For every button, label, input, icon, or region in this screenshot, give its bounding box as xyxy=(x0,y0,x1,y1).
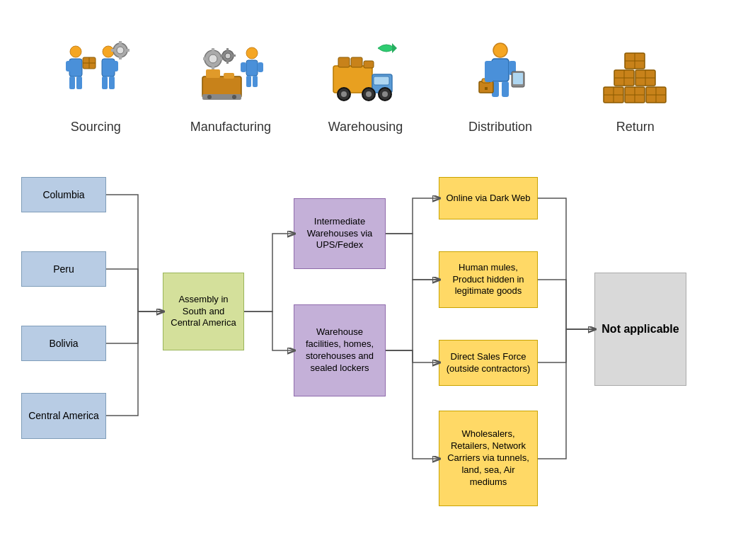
node-direct-sales: Direct Sales Force (outside contractors) xyxy=(439,340,538,386)
svg-point-14 xyxy=(117,47,124,54)
node-peru: Peru xyxy=(21,251,106,287)
svg-rect-3 xyxy=(76,76,82,89)
svg-rect-30 xyxy=(258,62,263,72)
svg-rect-20 xyxy=(206,69,220,78)
svg-rect-10 xyxy=(102,76,108,89)
svg-point-32 xyxy=(209,55,217,63)
node-wholesalers: Wholesalers, Retailers, Network Carriers… xyxy=(439,411,538,506)
svg-rect-21 xyxy=(224,73,234,79)
svg-rect-4 xyxy=(66,61,71,72)
manufacturing-label: Manufacturing xyxy=(190,120,271,135)
header-manufacturing: Manufacturing xyxy=(174,30,287,135)
node-assembly: Assembly in South and Central America xyxy=(163,273,244,350)
diagram-area: Columbia Peru Bolivia Central America As… xyxy=(0,142,731,560)
node-not-applicable: Not applicable xyxy=(594,273,686,386)
svg-rect-33 xyxy=(212,48,214,52)
sourcing-label: Sourcing xyxy=(71,120,121,135)
header-sourcing: Sourcing xyxy=(39,30,152,135)
svg-rect-18 xyxy=(125,49,129,52)
svg-point-24 xyxy=(232,95,236,99)
distribution-label: Distribution xyxy=(468,120,532,135)
svg-rect-45 xyxy=(374,76,389,85)
header-warehousing: Warehousing xyxy=(309,30,422,135)
svg-rect-62 xyxy=(513,73,523,84)
svg-rect-28 xyxy=(253,76,258,87)
return-label: Return xyxy=(616,120,655,135)
node-bolivia: Bolivia xyxy=(21,326,106,361)
node-online-dark-web: Online via Dark Web xyxy=(439,177,538,219)
svg-marker-55 xyxy=(392,43,397,53)
svg-rect-2 xyxy=(69,76,75,89)
node-warehouse-facilities: Warehouse facilities, homes, storehouses… xyxy=(294,304,386,396)
svg-point-56 xyxy=(493,43,507,57)
node-central-america: Central America xyxy=(21,393,106,439)
svg-point-0 xyxy=(70,46,81,57)
sourcing-icon xyxy=(53,30,138,115)
header-return: Return xyxy=(579,30,692,135)
svg-rect-35 xyxy=(203,57,207,60)
svg-point-47 xyxy=(341,91,347,97)
header-row: Sourcing xyxy=(0,0,731,142)
svg-rect-54 xyxy=(364,61,374,68)
svg-rect-41 xyxy=(220,55,224,57)
svg-rect-66 xyxy=(485,61,493,82)
svg-point-23 xyxy=(207,95,212,99)
warehousing-icon xyxy=(323,30,408,115)
warehousing-label: Warehousing xyxy=(328,120,403,135)
svg-rect-59 xyxy=(502,81,509,97)
svg-rect-39 xyxy=(226,48,229,52)
svg-rect-34 xyxy=(212,65,214,69)
svg-rect-65 xyxy=(485,87,488,90)
header-distribution: Distribution xyxy=(444,30,557,135)
svg-rect-29 xyxy=(241,62,246,72)
svg-rect-15 xyxy=(119,41,122,45)
svg-point-25 xyxy=(246,47,258,59)
svg-rect-40 xyxy=(226,60,229,64)
svg-rect-52 xyxy=(338,57,350,67)
svg-rect-57 xyxy=(492,59,509,81)
node-intermediate-warehouses: Intermediate Warehouses via UPS/Fedex xyxy=(294,198,386,269)
svg-rect-53 xyxy=(351,57,362,67)
svg-rect-42 xyxy=(232,55,236,57)
svg-point-38 xyxy=(225,53,231,59)
svg-rect-27 xyxy=(246,76,251,87)
svg-rect-12 xyxy=(113,61,118,72)
svg-rect-17 xyxy=(111,49,115,52)
manufacturing-icon xyxy=(188,30,273,115)
return-icon xyxy=(593,30,678,115)
node-human-mules: Human mules, Product hidden in legitimat… xyxy=(439,251,538,308)
svg-point-49 xyxy=(366,91,372,97)
svg-rect-11 xyxy=(109,76,115,89)
svg-rect-26 xyxy=(246,60,258,76)
distribution-icon xyxy=(458,30,543,115)
node-columbia: Columbia xyxy=(21,177,106,212)
svg-point-51 xyxy=(382,91,388,97)
svg-rect-16 xyxy=(119,55,122,59)
